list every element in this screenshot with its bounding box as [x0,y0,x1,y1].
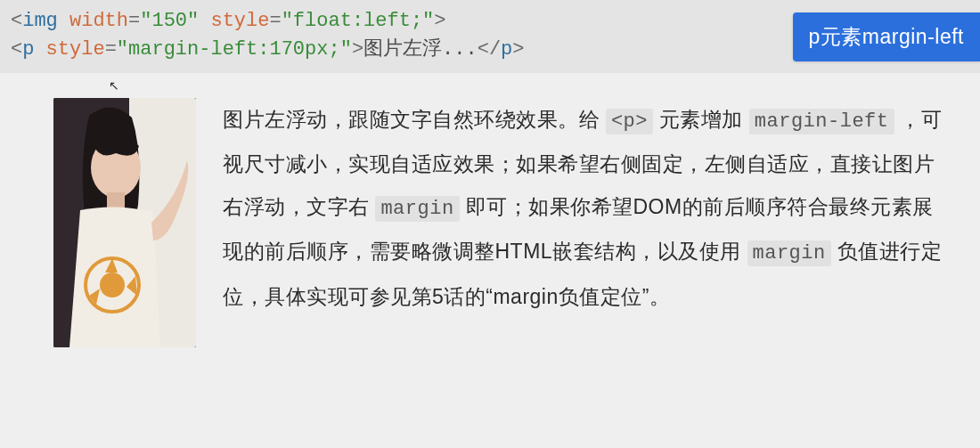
code-margin-2: margin [747,240,831,266]
demo-illustration [53,98,196,347]
code-margin-left: margin-left [749,109,894,134]
svg-point-5 [100,273,125,297]
button-label: p元素margin-left [809,25,964,48]
para-text: 元素增加 [659,108,749,131]
code-margin: margin [375,196,459,222]
margin-left-button[interactable]: p元素margin-left [793,12,980,61]
content-area: 图片左浮动，跟随文字自然环绕效果。给 <p> 元素增加 margin-left … [0,73,980,318]
code-p-tag: <p> [606,109,653,134]
para-text: 图片左浮动，跟随文字自然环绕效果。给 [223,108,606,131]
description-paragraph: 图片左浮动，跟随文字自然环绕效果。给 <p> 元素增加 margin-left … [223,98,944,318]
